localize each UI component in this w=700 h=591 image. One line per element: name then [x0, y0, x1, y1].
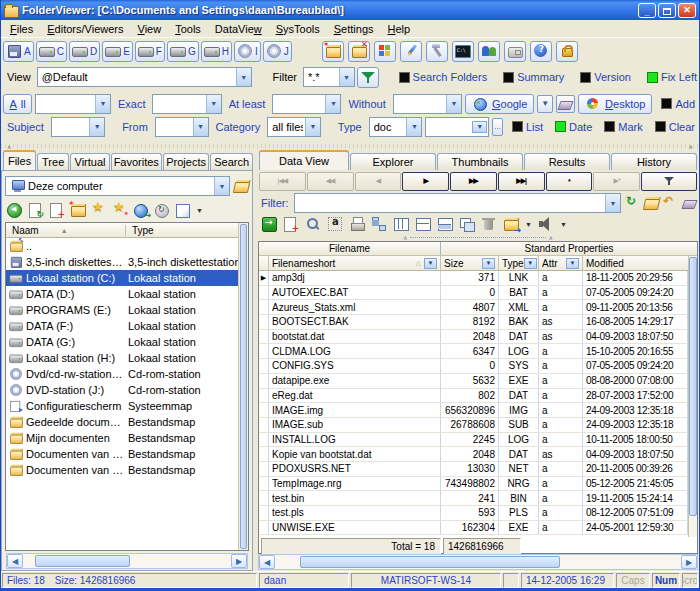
scroll-right-icon[interactable]: ▶ [231, 554, 247, 568]
undo-icon[interactable] [662, 195, 678, 211]
column-header-size[interactable]: Size▼ [441, 256, 499, 271]
print-icon[interactable] [349, 216, 365, 232]
list-item[interactable]: DVD-station (J:)Cd-rom-station [6, 382, 238, 398]
browse-ellipsis-button[interactable]: ... [492, 118, 503, 136]
edit-button[interactable] [400, 41, 422, 62]
desktop-button[interactable]: Desktop [578, 94, 652, 114]
menu-item-editors-viewers[interactable]: Editors/Viewers [40, 22, 130, 36]
from-combobox[interactable]: ▼ [155, 117, 209, 137]
without-combobox[interactable]: ▼ [393, 94, 462, 114]
menu-item-dataview[interactable]: DataView [208, 22, 269, 36]
erase-button[interactable] [556, 95, 575, 113]
table-row[interactable]: CONFIG.SYS0SYSa07-05-2005 09:24:20 [259, 359, 688, 374]
search-mark-toggle[interactable]: Mark [604, 121, 642, 133]
list-item[interactable]: 3,5-inch diskettestati...3,5-inch disket… [6, 254, 238, 270]
menu-item-systools[interactable]: SysTools [269, 22, 327, 36]
chevron-down-icon[interactable]: ▼ [214, 177, 229, 195]
table-row[interactable]: bootstat.dat2048DATas04-09-2003 18:07:50 [259, 330, 688, 345]
folder-new-icon[interactable] [70, 202, 86, 218]
help-button[interactable] [530, 41, 552, 62]
windows2-icon[interactable] [459, 216, 475, 232]
drive-i-button[interactable]: I [234, 41, 261, 62]
drive-j-button[interactable]: J [263, 41, 292, 62]
left-tab-virtual[interactable]: Virtual [70, 153, 109, 170]
all-combobox[interactable]: ▼ [35, 94, 111, 114]
drive-d-button[interactable]: D [69, 41, 100, 62]
maximize-button[interactable] [658, 3, 676, 18]
table-row[interactable]: Azureus_Stats.xml4807XMLa09-11-2005 20:1… [259, 300, 688, 315]
search-add-toggle[interactable]: Add [661, 98, 695, 110]
column-filter-icon[interactable]: ▼ [424, 258, 437, 269]
search-list-toggle[interactable]: List [512, 121, 543, 133]
table-row[interactable]: test.bin241BINa19-11-2005 15:24:14 [259, 491, 688, 506]
wallet-button[interactable] [504, 41, 526, 62]
category-combobox[interactable]: all files▼ [267, 117, 321, 137]
right-tab-history[interactable]: History [611, 153, 697, 170]
tools-button[interactable] [426, 41, 448, 62]
globe-go-icon[interactable] [133, 202, 149, 218]
vcr-button-5[interactable]: ▶▶| [498, 172, 545, 191]
star-icon[interactable] [91, 202, 107, 218]
table-row[interactable]: INSTALL.LOG2245LOGa10-11-2005 18:00:50 [259, 433, 688, 448]
drive-a-button[interactable]: A [3, 41, 34, 62]
list-item[interactable]: DATA (G:)Lokaal station [6, 334, 238, 350]
tree-icon[interactable] [371, 216, 387, 232]
lock-button[interactable] [556, 41, 578, 62]
extra-combobox[interactable]: ▼ [425, 117, 489, 137]
right-tab-results[interactable]: Results [524, 153, 610, 170]
list-item[interactable]: Documenten van lotteBestandsmap [6, 462, 238, 478]
search-clear-toggle[interactable]: Clear [655, 121, 695, 133]
vcr-button-4[interactable]: ▶▶ [450, 172, 497, 191]
doc-red-icon[interactable] [283, 216, 299, 232]
list-item[interactable]: DATA (F:)Lokaal station [6, 318, 238, 334]
viewbar-version-toggle[interactable]: Version [580, 71, 631, 83]
chevron-down-icon[interactable]: ▼ [339, 68, 354, 86]
table-filter-combobox[interactable]: ▼ [294, 193, 622, 213]
vcr-button-6[interactable]: * [546, 172, 593, 191]
column-filter-icon[interactable]: ▼ [482, 258, 495, 269]
viewbar-fix-left-toggle[interactable]: Fix Left [647, 71, 697, 83]
column-header-type[interactable]: Type▼ [499, 256, 539, 271]
left-hscrollbar[interactable]: ◀ ▶ [6, 553, 248, 569]
table-row[interactable]: eReg.dat802DATa28-07-2003 17:52:00 [259, 389, 688, 404]
star-add-icon[interactable] [112, 202, 128, 218]
left-tab-projects[interactable]: Projects [163, 153, 210, 170]
table-row[interactable]: ▶amp3dj371LNKa18-11-2005 20:29:56 [259, 271, 688, 286]
rows-icon[interactable] [415, 216, 431, 232]
column-header-filenameshort[interactable]: Filenameshort△▼ [269, 256, 441, 271]
list-item[interactable]: PROGRAMS (E:)Lokaal station [6, 302, 238, 318]
list-item[interactable]: Mijn documentenBestandsmap [6, 430, 238, 446]
column-header-attr[interactable]: Attr▼ [539, 256, 583, 271]
back-icon[interactable] [7, 202, 23, 218]
drive-h-button[interactable]: H [201, 41, 232, 62]
menu-item-settings[interactable]: Settings [327, 22, 381, 36]
right-hscrollbar[interactable]: ◀ ▶ [258, 554, 698, 570]
table-row[interactable]: BOOTSECT.BAK8192BAKas16-08-2005 14:29:17 [259, 315, 688, 330]
list-item[interactable]: Documenten van lies...Bestandsmap [6, 446, 238, 462]
table-row[interactable]: datapipe.exe5632EXEa08-08-2000 07:08:00 [259, 374, 688, 389]
table-row[interactable]: IMAGE.sub26788608SUBa24-09-2003 12:35:18 [259, 418, 688, 433]
exact-combobox[interactable]: ▼ [152, 94, 221, 114]
trash-icon[interactable] [481, 216, 497, 232]
close-button[interactable]: ✕ [678, 3, 696, 18]
filter-combobox[interactable]: *.* ▼ [303, 67, 355, 87]
history-icon[interactable] [154, 202, 170, 218]
atleast-combobox[interactable]: ▼ [272, 94, 341, 114]
menu-item-tools[interactable]: Tools [168, 22, 208, 36]
scroll-left-icon[interactable]: ◀ [259, 555, 275, 569]
column-filter-icon[interactable]: ▼ [524, 258, 537, 269]
column-filter-icon[interactable]: ▼ [566, 258, 579, 269]
folder-list-vscrollbar[interactable] [238, 223, 248, 550]
type-combobox[interactable]: doc▼ [369, 117, 423, 137]
search-icon[interactable] [305, 216, 321, 232]
drive-c-button[interactable]: C [36, 41, 67, 62]
column-header-modified[interactable]: Modified [583, 256, 688, 271]
table-row[interactable]: IMAGE.img656320896IMGa24-09-2003 12:35:1… [259, 403, 688, 418]
windows-button[interactable] [374, 41, 396, 62]
list-item[interactable]: .. [6, 238, 238, 254]
vcr-filter-button[interactable] [641, 172, 697, 191]
right-tab-data-view[interactable]: Data View [259, 150, 349, 170]
open-folder-icon[interactable] [643, 195, 659, 211]
left-tab-tree[interactable]: Tree [37, 153, 69, 170]
table-row[interactable]: PDOXUSRS.NET13030NETa20-11-2005 00:39:26 [259, 462, 688, 477]
